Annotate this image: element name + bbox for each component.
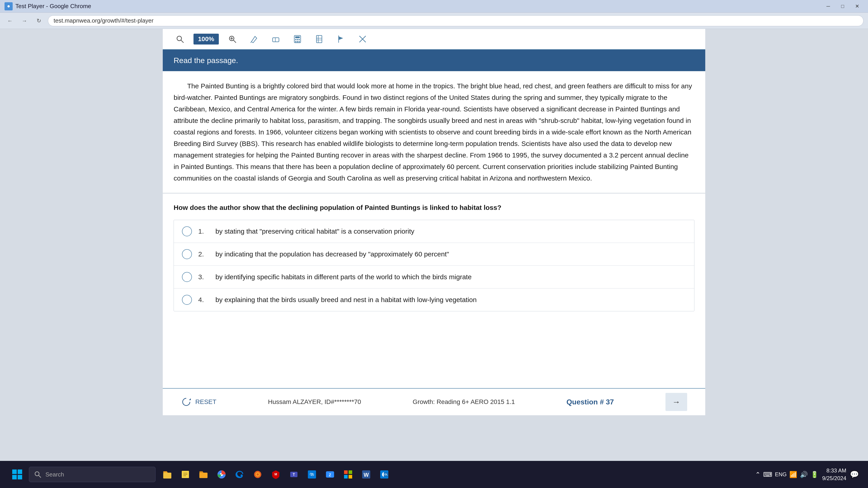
svg-line-32 — [38, 475, 41, 478]
answer-num-3: 3. — [198, 273, 209, 281]
tray-keyboard-icon: ⌨ — [763, 471, 772, 478]
answer-label-1: by stating that "preserving critical hab… — [215, 227, 414, 236]
refresh-button[interactable]: ↻ — [33, 15, 44, 26]
svg-rect-27 — [12, 469, 17, 474]
taskbar-folder-icon[interactable] — [195, 466, 212, 483]
svg-line-7 — [233, 40, 236, 43]
taskbar-word-icon[interactable]: W — [358, 466, 374, 483]
window-title: Test Player - Google Chrome — [16, 3, 91, 10]
maximize-button[interactable]: □ — [836, 1, 849, 12]
answer-option-3[interactable]: 3. by identifying specific habitats in d… — [174, 266, 694, 289]
start-button[interactable] — [9, 466, 25, 483]
zoom-level: 100% — [193, 34, 219, 44]
answer-num-4: 4. — [198, 296, 209, 304]
user-info: Hussam ALZAYER, ID#********70 — [268, 398, 361, 405]
svg-rect-13 — [295, 39, 296, 40]
search-tool-button[interactable] — [172, 31, 188, 47]
svg-rect-28 — [18, 469, 22, 474]
forward-button[interactable]: → — [19, 15, 30, 26]
answer-num-1: 1. — [198, 228, 209, 235]
svg-rect-19 — [316, 35, 322, 43]
question-section: How does the author show that the declin… — [163, 193, 705, 320]
close-button[interactable]: ✕ — [851, 1, 864, 12]
minimize-button[interactable]: ─ — [822, 1, 835, 12]
zoom-in-button[interactable] — [224, 31, 241, 47]
svg-text:OL: OL — [384, 473, 388, 476]
taskbar-msstore-icon[interactable] — [340, 466, 356, 483]
system-tray: ⌃ ⌨ ENG 📶 🔊 🔋 8:33 AM 9/25/2024 💬 — [755, 467, 859, 482]
svg-marker-26 — [189, 398, 191, 400]
taskbar-outlook-icon[interactable]: OL — [376, 466, 393, 483]
answer-option-1[interactable]: 1. by stating that "preserving critical … — [174, 220, 694, 243]
answer-label-2: by indicating that the population has de… — [215, 250, 449, 259]
tray-wifi-icon[interactable]: 📶 — [789, 471, 797, 478]
svg-rect-51 — [344, 470, 348, 474]
eraser-button[interactable] — [268, 31, 284, 47]
svg-rect-14 — [297, 39, 298, 40]
tray-chevron-icon[interactable]: ⌃ — [755, 471, 761, 478]
radio-button-3[interactable] — [182, 272, 192, 282]
taskbar-store-icon[interactable]: 🛍 — [304, 466, 320, 483]
svg-rect-12 — [295, 36, 300, 38]
svg-text:M: M — [274, 473, 277, 476]
question-text: How does the author show that the declin… — [174, 202, 694, 213]
radio-button-4[interactable] — [182, 295, 192, 305]
pen-button[interactable] — [246, 31, 262, 47]
taskbar-stickynotes-icon[interactable] — [177, 466, 193, 483]
close-tool-button[interactable] — [354, 31, 371, 47]
svg-line-3 — [181, 40, 184, 43]
next-icon: → — [672, 397, 680, 407]
next-button[interactable]: → — [665, 393, 687, 411]
test-footer: RESET Hussam ALZAYER, ID#********70 Grow… — [163, 388, 705, 415]
svg-rect-52 — [348, 470, 352, 474]
passage-header: Read the passage. — [163, 50, 705, 71]
taskbar-chrome-icon[interactable] — [213, 466, 230, 483]
svg-rect-53 — [344, 475, 348, 479]
answer-option-4[interactable]: 4. by explaining that the birds usually … — [174, 289, 694, 311]
bookmark-button[interactable] — [311, 31, 327, 47]
tray-battery-icon: 🔋 — [811, 471, 818, 478]
passage-content: The Painted Bunting is a brightly colore… — [163, 71, 705, 193]
browser-icon — [4, 2, 13, 10]
tray-lang-label: ENG — [775, 471, 786, 478]
svg-rect-38 — [199, 473, 208, 478]
taskbar-search-box[interactable]: Search — [29, 467, 156, 482]
svg-rect-15 — [299, 39, 300, 40]
svg-rect-16 — [295, 41, 296, 42]
svg-point-1 — [7, 5, 10, 7]
title-bar: Test Player - Google Chrome ─ □ ✕ — [0, 0, 868, 13]
flag-button[interactable] — [333, 31, 349, 47]
taskbar-icons: M T 🛍 Z W OL — [159, 466, 752, 483]
taskbar-firefox-icon[interactable] — [250, 466, 266, 483]
taskbar-filemanager-icon[interactable] — [159, 466, 176, 483]
taskbar-zoom-icon[interactable]: Z — [322, 466, 338, 483]
taskbar-mcafee-icon[interactable]: M — [268, 466, 284, 483]
radio-button-2[interactable] — [182, 249, 192, 259]
answer-option-2[interactable]: 2. by indicating that the population has… — [174, 243, 694, 266]
notification-icon[interactable]: 💬 — [850, 470, 859, 479]
answer-label-4: by explaining that the birds usually bre… — [215, 295, 477, 304]
svg-text:T: T — [293, 473, 295, 477]
tray-sound-icon[interactable]: 🔊 — [800, 471, 808, 478]
svg-point-43 — [256, 473, 259, 476]
svg-rect-33 — [163, 473, 171, 479]
reset-label: RESET — [195, 398, 216, 405]
taskbar-teams-icon[interactable]: T — [286, 466, 302, 483]
answer-num-2: 2. — [198, 250, 209, 258]
svg-rect-54 — [348, 475, 352, 479]
svg-rect-30 — [18, 475, 22, 480]
search-placeholder: Search — [45, 471, 64, 478]
answer-options: 1. by stating that "preserving critical … — [174, 220, 694, 311]
toolbar: 100% — [163, 29, 705, 50]
taskbar-edge-icon[interactable] — [231, 466, 248, 483]
back-button[interactable]: ← — [4, 15, 16, 26]
calculator-button[interactable] — [289, 31, 306, 47]
svg-text:🛍: 🛍 — [310, 472, 314, 477]
svg-rect-9 — [273, 38, 279, 42]
svg-rect-29 — [12, 475, 17, 480]
reset-button[interactable]: RESET — [181, 396, 216, 408]
svg-text:Z: Z — [329, 473, 331, 477]
url-input[interactable] — [48, 15, 864, 26]
svg-line-8 — [250, 42, 251, 43]
radio-button-1[interactable] — [182, 226, 192, 236]
